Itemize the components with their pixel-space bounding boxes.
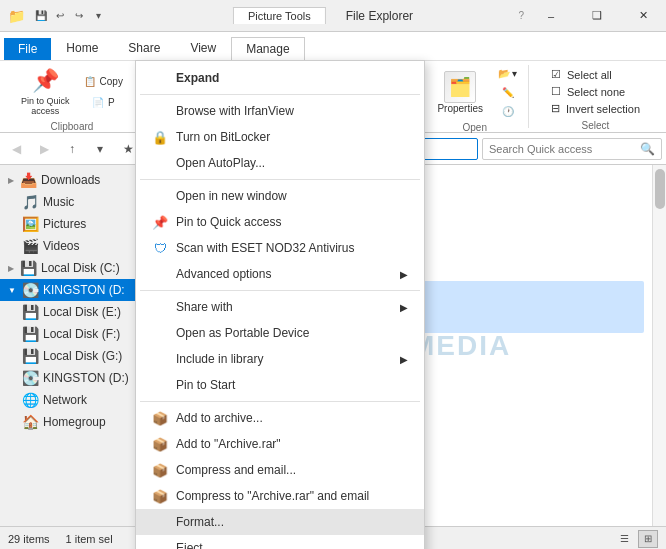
ctx-add-rar-label: Add to "Archive.rar" [176, 437, 281, 451]
history-button[interactable]: 🕐 [499, 103, 517, 120]
bitlocker-icon: 🔒 [152, 129, 168, 145]
sidebar-item-pictures[interactable]: 🖼️ Pictures [0, 213, 139, 235]
sidebar-kingston-d2-label: KINGSTON (D:) [43, 371, 129, 385]
pin-quickaccess-button[interactable]: 📌 Pin to Quickaccess [16, 65, 75, 119]
edit-button[interactable]: ✏️ [499, 84, 517, 101]
forward-button[interactable]: ▶ [32, 137, 56, 161]
dropdown-icon[interactable]: ▾ [90, 8, 106, 24]
list-view-button[interactable]: ☰ [614, 530, 634, 548]
ctx-expand[interactable]: Expand [136, 65, 424, 91]
expand-arrow-c: ▶ [8, 264, 14, 273]
open-extra: 📂 ▾ ✏️ 🕐 [495, 65, 520, 120]
sidebar-music-label: Music [43, 195, 74, 209]
ctx-new-window[interactable]: Open in new window [136, 183, 424, 209]
ctx-compress-rar-email[interactable]: 📦 Compress to "Archive.rar" and email [136, 483, 424, 509]
tab-home[interactable]: Home [51, 36, 113, 60]
ctx-advanced[interactable]: Advanced options ▶ [136, 261, 424, 287]
picture-tools-tab[interactable]: Picture Tools [233, 7, 326, 24]
select-none-label: Select none [567, 86, 625, 98]
ctx-autoplay[interactable]: Open AutoPlay... [136, 150, 424, 176]
ctx-browse-irfan[interactable]: Browse with IrfanView [136, 98, 424, 124]
copy-paste-group: 📋 Copy 📄 P [79, 73, 128, 111]
sidebar-kingston-d-label: KINGSTON (D: [43, 283, 125, 297]
ctx-share-with[interactable]: Share with ▶ [136, 294, 424, 320]
library-arrow-icon: ▶ [400, 354, 408, 365]
ctx-pin-start[interactable]: Pin to Start [136, 372, 424, 398]
sidebar-item-network[interactable]: 🌐 Network [0, 389, 139, 411]
sidebar-item-local-c[interactable]: ▶ 💾 Local Disk (C:) [0, 257, 139, 279]
open-label: Open [462, 122, 486, 133]
ctx-pin-quick[interactable]: 📌 Pin to Quick access [136, 209, 424, 235]
open-dropdown[interactable]: 📂 ▾ [495, 65, 520, 82]
close-button[interactable]: ✕ [620, 0, 666, 32]
ctx-format[interactable]: Format... [136, 509, 424, 535]
redo-icon[interactable]: ↪ [71, 8, 87, 24]
sidebar-item-homegroup[interactable]: 🏠 Homegroup [0, 411, 139, 433]
ctx-share-with-label: Share with [176, 300, 233, 314]
ctx-add-rar[interactable]: 📦 Add to "Archive.rar" [136, 431, 424, 457]
scrollbar[interactable] [652, 165, 666, 526]
invert-selection-item[interactable]: ⊟ Invert selection [549, 101, 642, 116]
app-title: File Explorer [326, 9, 433, 23]
item-count: 29 items [8, 533, 50, 545]
search-icon: 🔍 [640, 142, 655, 156]
tab-view[interactable]: View [175, 36, 231, 60]
minimize-button[interactable]: – [528, 0, 574, 32]
recent-button[interactable]: ▾ [88, 137, 112, 161]
undo-icon[interactable]: ↩ [52, 8, 68, 24]
ctx-portable[interactable]: Open as Portable Device [136, 320, 424, 346]
expand-arrow: ▶ [8, 176, 14, 185]
tab-file[interactable]: File [4, 38, 51, 60]
ctx-library[interactable]: Include in library ▶ [136, 346, 424, 372]
ctx-compress-email[interactable]: 📦 Compress and email... [136, 457, 424, 483]
ctx-compress-rar-email-label: Compress to "Archive.rar" and email [176, 489, 369, 503]
sidebar-item-downloads[interactable]: ▶ 📥 Downloads [0, 169, 139, 191]
tab-share[interactable]: Share [113, 36, 175, 60]
scroll-thumb[interactable] [655, 169, 665, 209]
ctx-bitlocker[interactable]: 🔒 Turn on BitLocker [136, 124, 424, 150]
sidebar-item-music[interactable]: 🎵 Music [0, 191, 139, 213]
window-controls: ? – ❑ ✕ [518, 0, 666, 32]
title-bar-left: 📁 💾 ↩ ↪ ▾ [0, 8, 118, 24]
format-icon [152, 514, 168, 530]
maximize-button[interactable]: ❑ [574, 0, 620, 32]
help-icon[interactable]: ? [518, 10, 524, 21]
detail-view-button[interactable]: ⊞ [638, 530, 658, 548]
ctx-pin-start-label: Pin to Start [176, 378, 235, 392]
autoplay-icon [152, 155, 168, 171]
search-box[interactable]: 🔍 [482, 138, 662, 160]
up-button[interactable]: ↑ [60, 137, 84, 161]
paste-button[interactable]: 📄 P [79, 94, 128, 111]
back-button[interactable]: ◀ [4, 137, 28, 161]
properties-icon: 🗂️ [444, 71, 476, 103]
ctx-eset[interactable]: 🛡 Scan with ESET NOD32 Antivirus [136, 235, 424, 261]
clipboard-buttons: 📌 Pin to Quickaccess 📋 Copy 📄 P [16, 65, 128, 119]
select-all-icon: ☑ [551, 68, 561, 81]
ctx-add-archive[interactable]: 📦 Add to archive... [136, 405, 424, 431]
sidebar-local-g-label: Local Disk (G:) [43, 349, 122, 363]
ctx-eject[interactable]: Eject [136, 535, 424, 549]
sidebar-item-local-f[interactable]: 💾 Local Disk (F:) [0, 323, 139, 345]
selected-count: 1 item sel [66, 533, 113, 545]
sidebar-item-local-g[interactable]: 💾 Local Disk (G:) [0, 345, 139, 367]
select-none-item[interactable]: ☐ Select none [549, 84, 642, 99]
search-input[interactable] [489, 143, 636, 155]
sidebar-downloads-label: Downloads [41, 173, 100, 187]
select-all-item[interactable]: ☑ Select all [549, 67, 642, 82]
save-icon[interactable]: 💾 [33, 8, 49, 24]
sidebar: ▶ 📥 Downloads 🎵 Music 🖼️ Pictures 🎬 Vide… [0, 165, 140, 526]
irfan-icon [152, 103, 168, 119]
copy-button[interactable]: 📋 Copy [79, 73, 128, 90]
ctx-pin-quick-label: Pin to Quick access [176, 215, 281, 229]
homegroup-icon: 🏠 [22, 414, 39, 430]
ctx-sep-4 [140, 401, 420, 402]
ctx-add-archive-label: Add to archive... [176, 411, 263, 425]
properties-button[interactable]: 🗂️ Properties [429, 67, 491, 118]
share-arrow-icon: ▶ [400, 302, 408, 313]
paste-label: P [108, 97, 115, 108]
sidebar-item-kingston-d2[interactable]: 💽 KINGSTON (D:) [0, 367, 139, 389]
sidebar-item-local-e[interactable]: 💾 Local Disk (E:) [0, 301, 139, 323]
tab-manage[interactable]: Manage [231, 37, 304, 60]
sidebar-item-kingston-d[interactable]: ▼ 💽 KINGSTON (D: [0, 279, 139, 301]
sidebar-item-videos[interactable]: 🎬 Videos [0, 235, 139, 257]
